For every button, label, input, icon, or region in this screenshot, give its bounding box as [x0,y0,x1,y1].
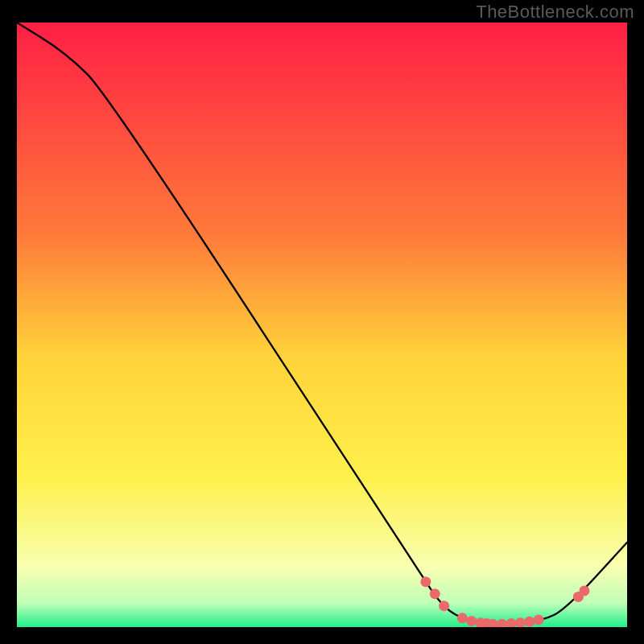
watermark-text: TheBottleneck.com [476,2,634,23]
chart-svg [17,23,627,627]
marker-dot [466,616,477,626]
gradient-background [17,23,627,627]
marker-dot [579,585,589,596]
marker-dot [457,613,468,623]
chart-frame: TheBottleneck.com [0,0,644,644]
marker-dot [430,588,440,599]
marker-dot [524,617,535,627]
marker-dot [534,614,544,625]
marker-dot [439,601,449,611]
marker-dot [420,576,431,587]
plot-area [17,23,627,627]
